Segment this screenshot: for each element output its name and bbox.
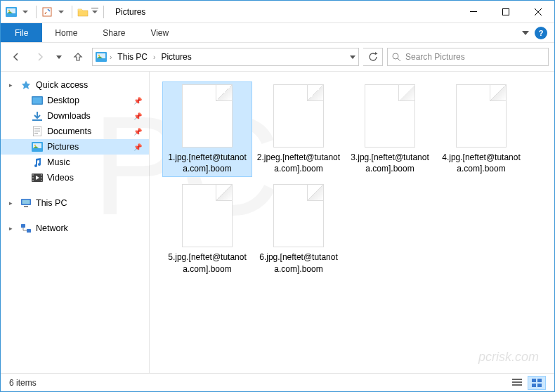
file-thumbnail-icon — [182, 184, 233, 247]
sidebar-label: Network — [36, 223, 68, 233]
downloads-icon — [32, 110, 43, 122]
window-title: Pictures — [115, 7, 145, 17]
up-button[interactable] — [68, 47, 88, 67]
file-name: 2.jpeg.[neftet@tutanota.com].boom — [256, 152, 341, 174]
address-box[interactable]: › This PC › Pictures — [92, 48, 359, 66]
help-button[interactable]: ? — [535, 27, 547, 39]
svg-rect-24 — [32, 180, 34, 181]
qat-dropdown-icon[interactable] — [19, 6, 32, 18]
file-item[interactable]: 6.jpg.[neftet@tutanota.com].boom — [254, 181, 344, 277]
file-item[interactable]: 4.jpg.[neftet@tutanota.com].boom — [436, 81, 526, 177]
sidebar-item-downloads[interactable]: Downloads📌 — [1, 108, 149, 124]
sidebar-network[interactable]: Network — [1, 221, 149, 236]
address-dropdown-icon[interactable] — [350, 55, 355, 59]
file-thumbnail-icon — [182, 84, 233, 148]
file-item[interactable]: 2.jpeg.[neftet@tutanota.com].boom — [254, 81, 344, 177]
sidebar-item-music[interactable]: Music — [1, 155, 149, 170]
file-item[interactable]: 3.jpg.[neftet@tutanota.com].boom — [345, 81, 435, 177]
file-name: 3.jpg.[neftet@tutanota.com].boom — [348, 152, 432, 174]
file-thumbnail-icon — [456, 84, 507, 148]
sidebar-item-label: Documents — [47, 126, 91, 136]
svg-rect-38 — [532, 384, 536, 387]
svg-rect-17 — [34, 133, 38, 133]
svg-rect-12 — [33, 98, 42, 104]
file-name: 4.jpg.[neftet@tutanota.com].boom — [439, 152, 523, 174]
svg-rect-35 — [512, 384, 522, 386]
sidebar-quick-access[interactable]: Quick access — [1, 77, 149, 93]
svg-rect-36 — [532, 379, 536, 382]
svg-rect-13 — [32, 119, 42, 121]
ribbon-tab-home[interactable]: Home — [42, 23, 90, 42]
svg-point-9 — [98, 55, 100, 56]
svg-rect-6 — [503, 8, 509, 15]
search-placeholder: Search Pictures — [405, 52, 465, 62]
file-thumbnail-icon — [273, 184, 324, 247]
titlebar-dropdown-icon[interactable] — [91, 6, 99, 18]
desktop-icon — [32, 95, 43, 106]
sidebar-item-documents[interactable]: Documents📌 — [1, 124, 149, 139]
search-input[interactable]: Search Pictures — [387, 48, 549, 66]
svg-rect-31 — [21, 224, 25, 228]
ribbon-file-tab[interactable]: File — [1, 23, 42, 42]
thumbnails-view-button[interactable] — [528, 376, 546, 390]
svg-rect-26 — [41, 177, 42, 178]
svg-rect-37 — [537, 379, 542, 382]
minimize-button[interactable] — [457, 1, 490, 23]
file-item[interactable]: 5.jpg.[neftet@tutanota.com].boom — [162, 181, 252, 277]
svg-rect-27 — [41, 180, 42, 181]
sidebar-label: This PC — [36, 198, 67, 208]
details-view-button[interactable] — [508, 376, 526, 390]
network-icon — [20, 223, 32, 234]
breadcrumb-pictures[interactable]: Pictures — [158, 51, 194, 63]
sidebar-item-pictures[interactable]: Pictures📌 — [1, 139, 149, 155]
svg-rect-25 — [41, 174, 42, 176]
sidebar-item-label: Pictures — [47, 142, 79, 152]
svg-rect-16 — [34, 131, 40, 131]
recent-dropdown-icon[interactable] — [54, 47, 64, 67]
titlebar: Pictures — [1, 1, 554, 23]
ribbon-expand-icon[interactable] — [522, 31, 529, 35]
sidebar-item-videos[interactable]: Videos — [1, 170, 149, 185]
sidebar-item-desktop[interactable]: Desktop📌 — [1, 93, 149, 108]
star-icon — [20, 79, 32, 91]
sidebar-item-label: Music — [47, 157, 70, 167]
forward-button[interactable] — [30, 47, 50, 67]
sidebar-item-label: Downloads — [47, 111, 91, 121]
sidebar-item-label: Videos — [47, 173, 74, 183]
ribbon-tab-share[interactable]: Share — [90, 23, 138, 42]
search-icon — [392, 53, 401, 62]
svg-point-10 — [393, 53, 398, 59]
documents-icon — [32, 126, 43, 137]
qat-properties-icon[interactable] — [41, 6, 53, 18]
sidebar: Quick access Desktop📌Downloads📌Documents… — [1, 72, 150, 373]
file-list[interactable]: 1.jpg.[neftet@tutanota.com].boom2.jpeg.[… — [150, 72, 554, 373]
svg-rect-3 — [43, 8, 51, 16]
svg-rect-22 — [32, 174, 34, 176]
music-icon — [32, 157, 43, 168]
pin-icon: 📌 — [133, 128, 142, 136]
sidebar-item-label: Desktop — [47, 96, 79, 105]
file-thumbnail-icon — [273, 84, 324, 148]
maximize-button[interactable] — [490, 1, 522, 23]
svg-rect-34 — [512, 381, 522, 383]
qat-dropdown2-icon[interactable] — [55, 6, 67, 18]
svg-rect-33 — [512, 379, 522, 380]
chevron-right-icon[interactable]: › — [153, 53, 155, 61]
refresh-button[interactable] — [363, 48, 383, 66]
close-button[interactable] — [522, 1, 554, 23]
svg-rect-29 — [22, 200, 30, 204]
svg-point-2 — [8, 9, 10, 11]
statusbar: 6 items — [1, 373, 554, 391]
file-item[interactable]: 1.jpg.[neftet@tutanota.com].boom — [162, 81, 252, 177]
svg-rect-5 — [470, 11, 477, 12]
back-button[interactable] — [6, 47, 26, 67]
folder-icon — [77, 6, 89, 18]
pin-icon: 📌 — [133, 112, 142, 120]
svg-point-20 — [34, 145, 36, 146]
file-name: 6.jpg.[neftet@tutanota.com].boom — [256, 251, 341, 274]
sidebar-this-pc[interactable]: This PC — [1, 195, 149, 211]
chevron-right-icon[interactable]: › — [110, 53, 112, 61]
pictures-icon — [32, 141, 43, 152]
breadcrumb-this-pc[interactable]: This PC — [115, 51, 150, 63]
ribbon-tab-view[interactable]: View — [138, 23, 181, 42]
